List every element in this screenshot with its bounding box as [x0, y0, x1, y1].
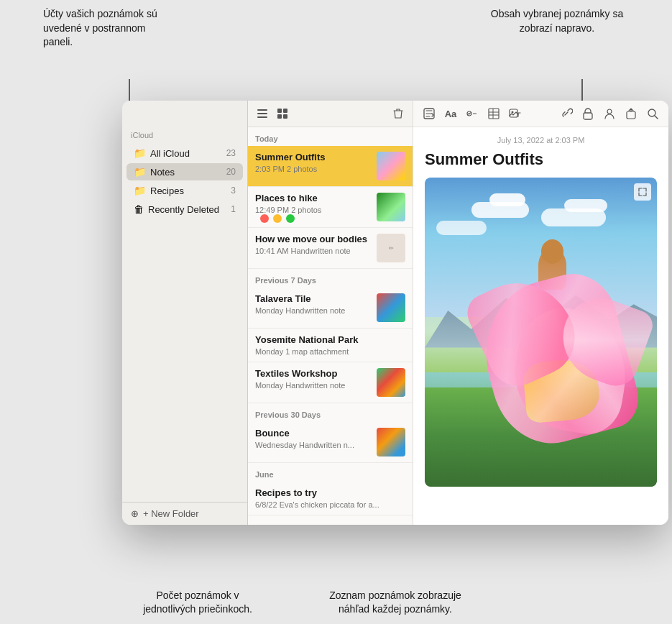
callout-bottom-right: Zoznam poznámok zobrazuje náhľad každej … [320, 589, 471, 617]
svg-rect-18 [489, 109, 499, 119]
sidebar-item-recipes[interactable]: 📁 Recipes 3 [126, 182, 243, 199]
svg-rect-22 [510, 109, 517, 117]
detail-image [425, 178, 657, 487]
svg-rect-14 [283, 114, 287, 119]
minimize-button[interactable] [273, 214, 282, 223]
svg-rect-8 [257, 109, 267, 111]
sidebar-item-label: Recently Deleted [148, 204, 226, 215]
sidebar: iCloud 📁 All iCloud 23 📁 Notes 20 📁 Reci… [122, 101, 248, 525]
new-folder-label: + New Folder [143, 508, 199, 519]
svg-rect-12 [283, 109, 287, 113]
note-item-text: Summer Outfits 2:03 PM 2 photos [255, 152, 371, 173]
note-title: How we move our bodies [255, 234, 371, 246]
svg-point-25 [607, 109, 612, 114]
note-thumbnail [377, 368, 405, 397]
note-thumbnail: ✏ [377, 234, 405, 262]
cloud [436, 221, 487, 235]
svg-rect-11 [277, 109, 282, 113]
callout-top-left: Účty vašich poznámok sú uvedené v postra… [43, 7, 172, 50]
note-list-toolbar [248, 101, 413, 127]
fullscreen-button[interactable] [286, 214, 295, 223]
grid-view-button[interactable] [275, 106, 290, 121]
svg-rect-24 [584, 113, 592, 119]
callout-top-right: Obsah vybranej poznámky sa zobrazí napra… [485, 7, 629, 35]
trash-icon: 🗑 [134, 203, 144, 215]
cloud [564, 199, 607, 212]
note-meta: 10:41 AM Handwritten note [255, 247, 371, 255]
sidebar-item-label: Notes [150, 167, 222, 178]
close-button[interactable] [260, 214, 269, 223]
note-meta: Monday Handwritten note [255, 381, 371, 390]
note-item-textiles[interactable]: Textiles Workshop Monday Handwritten not… [248, 362, 413, 403]
fashion-person [506, 239, 599, 441]
section-header-prev30: Previous 30 Days [248, 403, 413, 422]
new-folder-button[interactable]: ⊕ + New Folder [122, 502, 247, 525]
icloud-label: iCloud [122, 109, 247, 144]
svg-rect-9 [257, 113, 267, 114]
note-item-summer-outfits[interactable]: Summer Outfits 2:03 PM 2 photos [248, 146, 413, 187]
note-meta: 6/8/22 Eva's chicken piccata for a... [255, 500, 405, 509]
sidebar-item-all-icloud[interactable]: 📁 All iCloud 23 [126, 144, 243, 162]
note-thumbnail [377, 193, 405, 221]
sidebar-item-recently-deleted[interactable]: 🗑 Recently Deleted 1 [126, 201, 243, 218]
note-title: Summer Outfits [255, 152, 371, 164]
fashion-photo [425, 178, 657, 487]
sidebar-item-count: 3 [231, 185, 236, 196]
sidebar-item-count: 23 [226, 148, 236, 158]
sidebar-item-label: Recipes [150, 185, 226, 196]
sidebar-item-notes[interactable]: 📁 Notes 20 [126, 163, 243, 180]
delete-button[interactable] [391, 106, 405, 121]
cloud [489, 193, 525, 206]
note-item-talavera[interactable]: Talavera Tile Monday Handwritten note [248, 288, 413, 329]
note-item-yosemite[interactable]: Yosemite National Park Monday 1 map atta… [248, 329, 413, 362]
sidebar-item-count: 20 [226, 167, 236, 177]
note-item-text: Yosemite National Park Monday 1 map atta… [255, 334, 405, 356]
note-item-text: Talavera Tile Monday Handwritten note [255, 293, 371, 315]
note-detail-panel: Aa [413, 101, 668, 525]
attachment-button[interactable] [507, 105, 524, 122]
table-button[interactable] [485, 105, 502, 122]
note-thumbnail [377, 293, 405, 322]
detail-toolbar: Aa [413, 101, 668, 127]
svg-rect-10 [257, 116, 267, 118]
format-text-button[interactable]: Aa [442, 105, 459, 122]
svg-rect-26 [627, 111, 635, 119]
note-meta: 2:03 PM 2 photos [255, 165, 371, 173]
section-header-today: Today [248, 127, 413, 146]
note-title: Textiles Workshop [255, 368, 371, 380]
folder-icon: 📁 [134, 147, 146, 159]
note-list-panel: Today Summer Outfits 2:03 PM 2 photos Pl… [248, 101, 413, 525]
section-header-june: June [248, 463, 413, 482]
lock-button[interactable] [579, 105, 597, 122]
search-button[interactable] [644, 105, 661, 122]
folder-icon: 📁 [134, 166, 146, 178]
note-thumbnail [377, 428, 405, 456]
traffic-lights [252, 208, 303, 229]
app-window: iCloud 📁 All iCloud 23 📁 Notes 20 📁 Reci… [122, 101, 668, 525]
note-item-text: How we move our bodies 10:41 AM Handwrit… [255, 234, 371, 255]
note-item-text: Bounce Wednesday Handwritten n... [255, 428, 371, 449]
note-item-recipes-to-try[interactable]: Recipes to try 6/8/22 Eva's chicken picc… [248, 482, 413, 515]
list-view-button[interactable] [255, 106, 270, 121]
share-button[interactable] [622, 105, 640, 122]
note-item-bounce[interactable]: Bounce Wednesday Handwritten n... [248, 422, 413, 463]
note-thumbnail [377, 152, 405, 180]
detail-content: July 13, 2022 at 2:03 PM Summer Outfits [413, 127, 668, 525]
note-title: Recipes to try [255, 487, 405, 500]
sidebar-item-count: 1 [231, 204, 236, 214]
detail-date: July 13, 2022 at 2:03 PM [425, 136, 657, 144]
note-title: Places to hike [255, 193, 371, 205]
collab-button[interactable] [601, 105, 618, 122]
note-meta: Wednesday Handwritten n... [255, 441, 371, 449]
note-item-how-we-move[interactable]: How we move our bodies 10:41 AM Handwrit… [248, 228, 413, 269]
sidebar-item-label: All iCloud [150, 148, 222, 159]
new-note-button[interactable] [420, 105, 438, 122]
note-item-text: Recipes to try 6/8/22 Eva's chicken picc… [255, 487, 405, 509]
plus-icon: ⊕ [131, 508, 139, 519]
link-button[interactable] [558, 105, 575, 122]
svg-point-23 [512, 111, 514, 114]
checklist-button[interactable] [464, 105, 481, 122]
note-meta: Monday 1 map attachment [255, 347, 405, 356]
note-title: Talavera Tile [255, 293, 371, 306]
expand-image-button[interactable] [634, 183, 651, 201]
